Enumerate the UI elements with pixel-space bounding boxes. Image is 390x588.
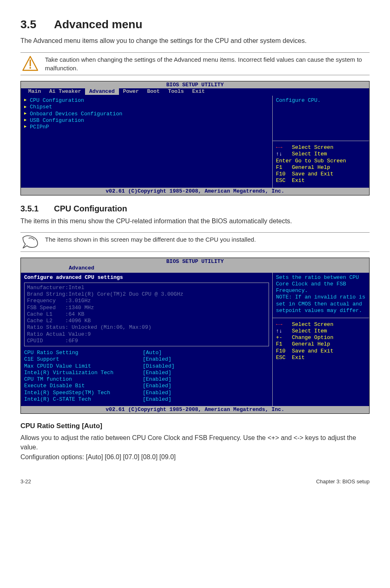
section-number: 3.5 [20,16,54,32]
item-pcipnp: PCIPnP [24,124,269,130]
info-row: Ratio Status: Unlocked (Min:06, Max:09) [27,324,266,331]
menu-exit: Exit [188,88,209,95]
setting-row: CPU Ratio Setting[Auto] [24,350,269,356]
section-title: Advanced menu [54,18,142,31]
bios-screenshot-cpu-config: BIOS SETUP UTILITY Main Ai Tweaker Advan… [20,258,370,414]
warning-note: Take caution when changing the settings … [20,52,370,75]
bios-screenshot-advanced-menu: BIOS SETUP UTILITY Main Ai Tweaker Advan… [20,81,370,195]
option-heading: CPU Ratio Setting [Auto] [20,421,370,431]
bios-left-pane: CPU Configuration Chipset Onboard Device… [21,96,273,188]
warning-text: Take caution when changing the settings … [40,55,370,72]
setting-row: CPU TM function[Enabled] [24,376,269,383]
bios-key-hints: ←→ Select Screen ↑↓ Select Item Enter Go… [276,144,366,184]
menu-boot: Boot [143,88,164,95]
svg-point-2 [29,67,31,69]
menu-aitweaker: Ai Tweaker [45,88,85,95]
menu-power: Power [119,88,143,95]
cpu-info-box: Manufacturer:Intel Brand String:Intel(R)… [24,283,269,346]
page-footer: 3-22 Chapter 3: BIOS setup [20,478,370,485]
menu-advanced: Advanced [85,88,119,95]
tip-note: The items shown in this screen may be di… [20,232,370,252]
bios-key-hints2: ←→ Select Screen ↑↓ Select Item +- Chang… [276,321,366,361]
info-row: Frequency :3.01GHz [27,298,266,304]
menu-tools: Tools [164,88,188,95]
info-row: Cache L1 :64 KB [27,311,266,318]
option-config-list: Configuration options: [Auto] [06.0] [07… [20,453,370,462]
section-heading: 3.5Advanced menu [20,16,370,32]
setting-row: Execute Disable Bit[Enabled] [24,383,269,389]
bios-right-pane2: Sets the ratio between CPU Core Clock an… [273,273,369,406]
item-chipset: Chipset [24,104,269,110]
bios-title: BIOS SETUP UTILITY [21,81,369,88]
setting-row: Intel(R) Virtualization Tech[Enabled] [24,370,269,376]
info-row: Cache L2 :4096 KB [27,318,266,324]
bios-help-text2: Sets the ratio between CPU Core Clock an… [276,274,366,315]
subsection-paragraph: The items in this menu show the CPU-rela… [20,217,370,226]
subsection-title: CPU Configuration [54,204,127,213]
setting-row: Max CPUID Value Limit[Disabled] [24,363,269,370]
info-row: Brand String:Intel(R) Core(TM)2 Duo CPU … [27,291,266,298]
bios-footer: v02.61 (C)Copyright 1985-2008, American … [21,188,369,195]
bios-topmenu2: Main Ai Tweaker Advanced [21,265,369,272]
bios-topmenu: Main Ai Tweaker Advanced Power Boot Tool… [21,88,369,96]
setting-row: Intel(R) C-STATE Tech[Enabled] [24,396,269,403]
bios-right-pane: Configure CPU. ←→ Select Screen ↑↓ Selec… [273,96,369,188]
page-number: 3-22 [20,478,31,485]
option-description: Allows you to adjust the ratio between C… [20,433,370,452]
warning-icon [20,55,40,72]
intro-paragraph: The Advanced menu items allow you to cha… [20,36,370,45]
menu-advanced2: Advanced [69,265,94,272]
bios-title2: BIOS SETUP UTILITY [21,258,369,265]
subsection-heading: 3.5.1CPU Configuration [20,203,370,214]
chapter-label: Chapter 3: BIOS setup [316,478,370,485]
note-icon [20,235,40,249]
tip-text: The items shown in this screen may be di… [40,235,370,244]
item-onboard: Onboard Devices Configuration [24,111,269,117]
setting-row: C1E Support[Enabled] [24,356,269,363]
item-usb: USB Configuration [24,117,269,124]
info-row: FSB Speed :1340 MHz [27,305,266,311]
subsection-number: 3.5.1 [20,203,54,214]
cpu-settings-heading: Configure advanced CPU settings [24,274,269,281]
info-row: Manufacturer:Intel [27,285,266,291]
bios-help-text: Configure CPU. [276,97,366,138]
item-cpu-config: CPU Configuration [24,97,269,104]
bios-footer2: v02.61 (C)Copyright 1985-2008, American … [21,406,369,413]
bios-left-pane2: Configure advanced CPU settings Manufact… [21,273,273,406]
setting-row: Intel(R) SpeedStep(TM) Tech[Enabled] [24,390,269,396]
menu-main: Main [24,88,45,95]
info-row: Ratio Actual Value:9 [27,331,266,338]
info-row: CPUID :6F9 [27,338,266,344]
